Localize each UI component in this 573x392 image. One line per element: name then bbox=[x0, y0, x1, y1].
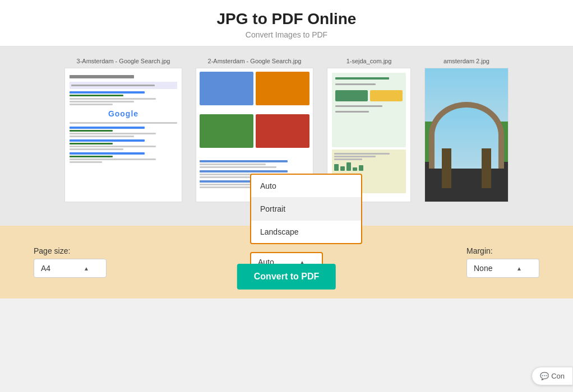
dropdown-option-landscape[interactable]: Landscape bbox=[251, 221, 361, 243]
filename-1: 3-Amsterdam - Google Search.jpg bbox=[77, 58, 170, 64]
filename-4: amsterdam 2.jpg bbox=[443, 58, 489, 64]
bottom-controls-area: Page size: A4 ▲ Auto Portrait Landscape … bbox=[0, 226, 573, 298]
contact-label: Con bbox=[551, 372, 565, 380]
page-size-label: Page size: bbox=[34, 246, 70, 255]
margin-group: Margin: None ▲ bbox=[466, 246, 539, 278]
margin-select[interactable]: None ▲ bbox=[466, 259, 539, 278]
page-title: JPG to PDF Online bbox=[0, 10, 573, 28]
page-size-select[interactable]: A4 ▲ bbox=[34, 259, 107, 278]
margin-arrow-icon: ▲ bbox=[516, 265, 522, 272]
thumbnail-4[interactable] bbox=[424, 68, 509, 202]
page-header: JPG to PDF Online Convert Images to PDF bbox=[0, 0, 573, 46]
contact-icon: 💬 bbox=[540, 372, 549, 380]
margin-label: Margin: bbox=[466, 246, 493, 255]
image-card-1: 3-Amsterdam - Google Search.jpg Google bbox=[64, 58, 182, 202]
orientation-dropdown: Auto Portrait Landscape bbox=[250, 174, 362, 244]
dropdown-option-portrait[interactable]: Portrait bbox=[251, 198, 361, 221]
contact-button[interactable]: 💬 Con bbox=[532, 367, 573, 385]
page-size-group: Page size: A4 ▲ bbox=[34, 246, 107, 278]
page-size-arrow-icon: ▲ bbox=[84, 265, 89, 272]
margin-value: None bbox=[474, 264, 492, 273]
thumbnail-1[interactable]: Google bbox=[64, 68, 182, 202]
dropdown-option-auto[interactable]: Auto bbox=[251, 175, 361, 198]
page-subtitle: Convert Images to PDF bbox=[0, 30, 573, 39]
convert-button[interactable]: Convert to PDF bbox=[237, 264, 336, 290]
filename-3: 1-sejda_com.jpg bbox=[346, 58, 392, 64]
page-size-value: A4 bbox=[41, 264, 50, 273]
filename-2: 2-Amsterdam - Google Search.jpg bbox=[208, 58, 302, 64]
image-card-4: amsterdam 2.jpg bbox=[424, 58, 509, 202]
